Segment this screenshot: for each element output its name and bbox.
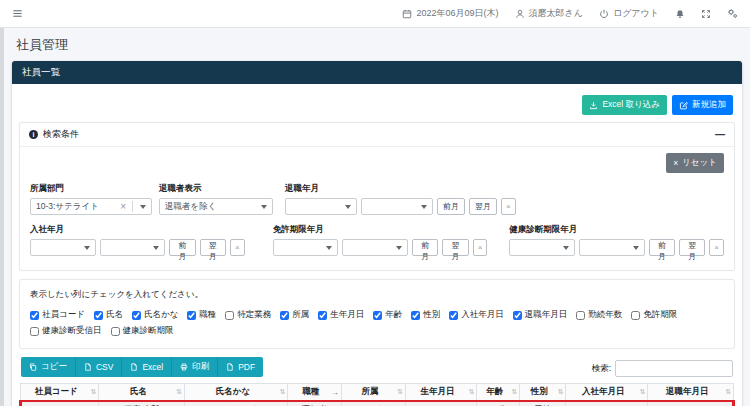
hire-next-month-button[interactable]: 翌月 xyxy=(200,239,226,256)
collapse-minus-icon[interactable]: — xyxy=(715,130,725,140)
column-header-label: 生年月日 xyxy=(421,386,455,396)
menu-toggle-icon[interactable] xyxy=(12,8,23,19)
column-checkbox-input[interactable] xyxy=(111,327,120,336)
sort-icon: ⇅ xyxy=(511,388,517,396)
retirement-clear-button[interactable]: × xyxy=(501,198,516,215)
column-checkbox[interactable]: 健康診断受信日 xyxy=(30,325,102,337)
retirement-year-select[interactable] xyxy=(285,198,357,215)
hire-month-select[interactable] xyxy=(100,239,166,256)
column-checkbox-input[interactable] xyxy=(411,311,420,320)
column-checkbox[interactable]: 勤続年数 xyxy=(576,309,622,321)
file-icon xyxy=(226,363,234,371)
column-checkbox-input[interactable] xyxy=(513,311,522,320)
column-checkbox-label: 勤続年数 xyxy=(588,309,622,321)
column-header[interactable]: 職種→ xyxy=(288,384,341,402)
column-checkbox[interactable]: 性別 xyxy=(411,309,440,321)
column-checkbox-input[interactable] xyxy=(318,311,327,320)
checkup-clear-button[interactable]: × xyxy=(709,239,724,256)
page-title: 社員管理 xyxy=(16,36,750,54)
checkup-month-select[interactable] xyxy=(579,239,645,256)
column-header[interactable]: 所属⇅ xyxy=(341,384,405,402)
column-checkbox-input[interactable] xyxy=(94,311,103,320)
retirement-prev-month-button[interactable]: 前月 xyxy=(437,198,465,215)
column-checkbox-input[interactable] xyxy=(576,311,585,320)
column-checkbox[interactable]: 職種 xyxy=(187,309,216,321)
column-header[interactable]: 氏名かな⇅ xyxy=(184,384,287,402)
excel-button[interactable]: Excel xyxy=(122,357,172,377)
excel-import-button[interactable]: Excel 取り込み xyxy=(582,95,667,115)
column-checkbox[interactable]: 氏名 xyxy=(94,309,123,321)
column-checkbox-input[interactable] xyxy=(132,311,141,320)
chevron-down-icon xyxy=(84,246,90,250)
checkup-prev-month-button[interactable]: 前月 xyxy=(649,239,675,256)
department-select[interactable]: 10-3:サテライト × xyxy=(30,198,152,215)
csv-button[interactable]: CSV xyxy=(76,357,122,377)
column-checkbox[interactable]: 特定業務 xyxy=(225,309,271,321)
table-cell: サテライト xyxy=(341,401,405,406)
clear-selection-icon[interactable]: × xyxy=(120,202,126,212)
user-menu[interactable]: 須磨太郎さん xyxy=(515,7,583,20)
column-header[interactable]: 氏名⇅ xyxy=(99,384,185,402)
file-icon xyxy=(84,363,92,371)
column-checkbox-input[interactable] xyxy=(30,327,39,336)
column-checkbox-input[interactable] xyxy=(280,311,289,320)
column-header-label: 氏名かな xyxy=(215,386,249,396)
license-clear-button[interactable]: × xyxy=(473,239,488,256)
column-header[interactable]: 性別⇅ xyxy=(520,384,566,402)
copy-button[interactable]: コピー xyxy=(21,357,76,377)
column-checkbox-label: 年齢 xyxy=(385,309,402,321)
column-checkbox-input[interactable] xyxy=(187,311,196,320)
column-checkbox[interactable]: 社員コード xyxy=(30,309,85,321)
copy-label: コピー xyxy=(41,361,67,373)
column-header[interactable]: 社員コード⇅ xyxy=(21,384,99,402)
column-checkbox-input[interactable] xyxy=(373,311,382,320)
retirement-month-select[interactable] xyxy=(361,198,433,215)
license-next-month-button[interactable]: 翌月 xyxy=(442,239,468,256)
print-label: 印刷 xyxy=(192,361,209,373)
table-cell: 須磨 太郎 xyxy=(99,401,185,406)
hire-prev-month-button[interactable]: 前月 xyxy=(169,239,195,256)
column-header[interactable]: 入社年月日⇅ xyxy=(566,384,648,402)
table-row[interactable]: 512345須磨 太郎スマ タロウ運転者サテライト1979-06-0343歳男性… xyxy=(21,401,734,406)
retired-display-select[interactable]: 退職者を除く xyxy=(159,198,273,215)
column-checkbox-input[interactable] xyxy=(225,311,234,320)
column-header[interactable]: 年齢⇅ xyxy=(477,384,520,402)
column-checkbox[interactable]: 免許期限 xyxy=(631,309,677,321)
license-year-select[interactable] xyxy=(273,239,339,256)
chevron-down-icon xyxy=(261,205,267,209)
column-checkbox[interactable]: 所属 xyxy=(280,309,309,321)
edit-icon xyxy=(679,101,688,110)
column-checkbox-input[interactable] xyxy=(30,311,39,320)
print-button[interactable]: 印刷 xyxy=(172,357,218,377)
column-header[interactable]: 退職年月日⇅ xyxy=(648,384,734,402)
calendar-icon xyxy=(402,9,412,19)
fullscreen-icon[interactable] xyxy=(701,9,711,19)
column-header-label: 氏名 xyxy=(130,386,147,396)
column-checkbox[interactable]: 退職年月日 xyxy=(513,309,568,321)
search-conditions-panel: i 検索条件 — × リセット xyxy=(19,122,735,271)
table-search-input[interactable] xyxy=(615,360,733,377)
hire-clear-button[interactable]: × xyxy=(230,239,245,256)
card-header: 社員一覧 xyxy=(12,61,742,84)
retirement-next-month-button[interactable]: 翌月 xyxy=(469,198,497,215)
column-checkbox-input[interactable] xyxy=(449,311,458,320)
license-prev-month-button[interactable]: 前月 xyxy=(412,239,438,256)
column-checkbox[interactable]: 氏名かな xyxy=(132,309,178,321)
column-header[interactable]: 生年月日⇅ xyxy=(405,384,476,402)
notifications-bell-icon[interactable] xyxy=(675,9,685,19)
column-checkbox[interactable]: 年齢 xyxy=(373,309,402,321)
checkup-next-month-button[interactable]: 翌月 xyxy=(679,239,705,256)
hire-year-select[interactable] xyxy=(30,239,96,256)
add-new-button[interactable]: 新規追加 xyxy=(672,95,733,115)
reset-button[interactable]: × リセット xyxy=(666,153,724,173)
checkup-ym-label: 健康診断期限年月 xyxy=(509,224,724,236)
checkup-year-select[interactable] xyxy=(509,239,575,256)
pdf-button[interactable]: PDF xyxy=(218,357,263,377)
settings-cogs-icon[interactable] xyxy=(727,8,738,19)
column-checkbox[interactable]: 生年月日 xyxy=(318,309,364,321)
column-checkbox[interactable]: 健康診断期限 xyxy=(111,325,174,337)
license-month-select[interactable] xyxy=(342,239,408,256)
column-checkbox-input[interactable] xyxy=(631,311,640,320)
logout-button[interactable]: ログアウト xyxy=(599,7,659,20)
column-checkbox[interactable]: 入社年月日 xyxy=(449,309,504,321)
